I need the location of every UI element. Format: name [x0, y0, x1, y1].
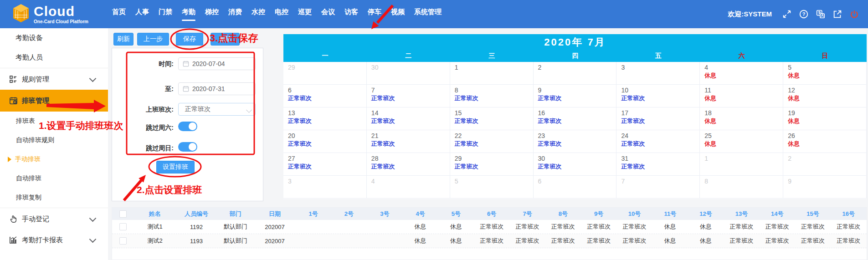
nav-item-会议[interactable]: 会议 [321, 0, 335, 28]
calendar-cell-14[interactable]: 14正常班次 [367, 107, 450, 130]
app-logo[interactable]: Cloud One-Card Cloud Platform [12, 3, 103, 25]
refresh-button[interactable]: 刷新 [113, 33, 134, 46]
sidebar-item-考勤设备[interactable]: 考勤设备 [0, 28, 108, 48]
sidebar-item-手动登记[interactable]: 手动登记 [0, 209, 108, 229]
dept-cell: 默认部门 [217, 220, 254, 234]
nav-item-梯控[interactable]: 梯控 [205, 0, 219, 28]
calendar-cell-13[interactable]: 13正常班次 [283, 107, 367, 130]
help-icon[interactable]: ? [798, 9, 809, 20]
calendar-cell-25[interactable]: 25休息 [700, 130, 783, 153]
calendar-cell-21[interactable]: 21正常班次 [367, 130, 450, 153]
calendar-cell-2[interactable]: 2 [534, 62, 617, 85]
calendar-cell-29[interactable]: 29 [283, 62, 367, 85]
calendar-shift-label: 正常班次 [621, 140, 699, 148]
sidebar-item-排班管理[interactable]: 排班管理 [0, 90, 108, 112]
calendar-cell-12[interactable]: 12休息 [783, 85, 867, 107]
sidebar-item-规则管理[interactable]: 规则管理 [0, 69, 108, 90]
calendar-cell-8[interactable]: 8正常班次 [450, 85, 534, 107]
select-all-checkbox[interactable] [119, 210, 127, 218]
calendar-cell-26[interactable]: 26休息 [783, 130, 867, 153]
calendar-cell-4[interactable]: 4 [367, 176, 450, 199]
row-checkbox[interactable] [119, 223, 127, 230]
nav-item-水控[interactable]: 水控 [252, 0, 265, 28]
nav-item-考勤[interactable]: 考勤 [182, 0, 195, 28]
nav-item-电控[interactable]: 电控 [275, 0, 288, 28]
nav-item-巡更[interactable]: 巡更 [298, 0, 312, 28]
report-icon [8, 236, 18, 244]
calendar-cell-7[interactable]: 7 [616, 176, 700, 199]
calendar-cell-2[interactable]: 2 [783, 153, 867, 176]
calendar-cell-24[interactable]: 24正常班次 [616, 130, 700, 153]
sidebar-item-自动排班[interactable]: 自动排班 [0, 169, 108, 188]
calendar-cell-23[interactable]: 23正常班次 [534, 130, 617, 153]
calendar-cell-7[interactable]: 7正常班次 [367, 85, 450, 107]
calendar-shift-label: 正常班次 [538, 140, 616, 148]
start-date-input[interactable]: 2020-07-04 [178, 57, 256, 70]
row-checkbox-cell [112, 220, 134, 234]
calendar-cell-19[interactable]: 19休息 [783, 107, 867, 130]
skip-saturday-toggle[interactable] [178, 122, 197, 131]
calendar-cell-5[interactable]: 5休息 [783, 62, 867, 85]
calendar-cell-20[interactable]: 20正常班次 [283, 130, 367, 153]
power-icon[interactable] [849, 9, 860, 20]
sidebar-item-考勤打卡报表[interactable]: 考勤打卡报表 [0, 229, 108, 250]
table-header-2号: 2号 [331, 208, 367, 220]
calendar-cell-11[interactable]: 11休息 [700, 85, 783, 107]
sidebar-item-排班表[interactable]: 排班表 [0, 112, 108, 131]
calendar-cell-10[interactable]: 10正常班次 [616, 85, 700, 107]
calendar-cell-28[interactable]: 28正常班次 [367, 153, 450, 176]
calendar-cell-9[interactable]: 9正常班次 [534, 85, 617, 107]
active-underline [159, 20, 172, 21]
nav-item-视频[interactable]: 视频 [391, 0, 405, 28]
calendar-cell-8[interactable]: 8 [700, 176, 783, 199]
calendar-cell-22[interactable]: 22正常班次 [450, 130, 534, 153]
calendar-cell-16[interactable]: 16正常班次 [534, 107, 617, 130]
calendar-cell-6[interactable]: 6正常班次 [283, 85, 367, 107]
table-header-11号: 11号 [652, 208, 688, 220]
nav-item-消费[interactable]: 消费 [228, 0, 242, 28]
save-button[interactable]: 保存 [176, 33, 203, 46]
calendar-cell-18[interactable]: 18休息 [700, 107, 783, 130]
external-link-icon[interactable] [832, 9, 843, 20]
calendar-cell-4[interactable]: 4休息 [700, 62, 783, 85]
nav-item-label: 系统管理 [414, 8, 442, 16]
nav-item-系统管理[interactable]: 系统管理 [414, 0, 442, 28]
nav-item-停车[interactable]: 停车 [368, 0, 381, 28]
nav-item-人事[interactable]: 人事 [135, 0, 149, 28]
row-checkbox[interactable] [119, 237, 127, 245]
calendar-cell-1[interactable]: 1 [450, 62, 534, 85]
day-12-cell: 休息 [688, 220, 724, 234]
calendar-cell-3[interactable]: 3 [283, 176, 367, 199]
prev-step-button[interactable]: 上一步 [137, 33, 169, 46]
translate-icon[interactable]: A [815, 9, 826, 20]
shift-select[interactable]: 正常班次 [178, 103, 256, 116]
calendar-cell-27[interactable]: 27正常班次 [283, 153, 367, 176]
nav-item-访客[interactable]: 访客 [344, 0, 358, 28]
nav-item-首页[interactable]: 首页 [112, 0, 126, 28]
calendar-cell-6[interactable]: 6 [534, 176, 617, 199]
calendar-cell-3[interactable]: 3 [616, 62, 700, 85]
skip-sunday-toggle[interactable] [178, 142, 197, 152]
day-15-cell: 正常班次 [795, 220, 831, 234]
calendar-cell-31[interactable]: 31正常班次 [616, 153, 700, 176]
weekday-六: 六 [700, 50, 783, 62]
calendar-cell-29[interactable]: 29正常班次 [450, 153, 534, 176]
delete-button[interactable]: 删除 [211, 33, 240, 46]
calendar-cell-1[interactable]: 1 [700, 153, 783, 176]
sidebar-item-考勤人员[interactable]: 考勤人员 [0, 48, 108, 67]
set-schedule-button[interactable]: 设置排班 [156, 161, 195, 173]
calendar-cell-9[interactable]: 9 [783, 176, 867, 199]
calendar-cell-15[interactable]: 15正常班次 [450, 107, 534, 130]
fullscreen-icon[interactable] [781, 9, 792, 20]
calendar-cell-30[interactable]: 30正常班次 [534, 153, 617, 176]
calendar-day-number: 5 [455, 178, 533, 185]
calendar-cell-30[interactable]: 30 [367, 62, 450, 85]
sidebar-item-手动排班[interactable]: 手动排班 [0, 150, 108, 169]
nav-item-门禁[interactable]: 门禁 [159, 0, 172, 28]
chevron-down-icon [246, 107, 252, 113]
end-date-input[interactable]: 2020-07-31 [178, 82, 256, 95]
calendar-cell-17[interactable]: 17正常班次 [616, 107, 700, 130]
sidebar-item-自动排班规则[interactable]: 自动排班规则 [0, 131, 108, 150]
sidebar-item-排班复制[interactable]: 排班复制 [0, 188, 108, 207]
calendar-cell-5[interactable]: 5 [450, 176, 534, 199]
